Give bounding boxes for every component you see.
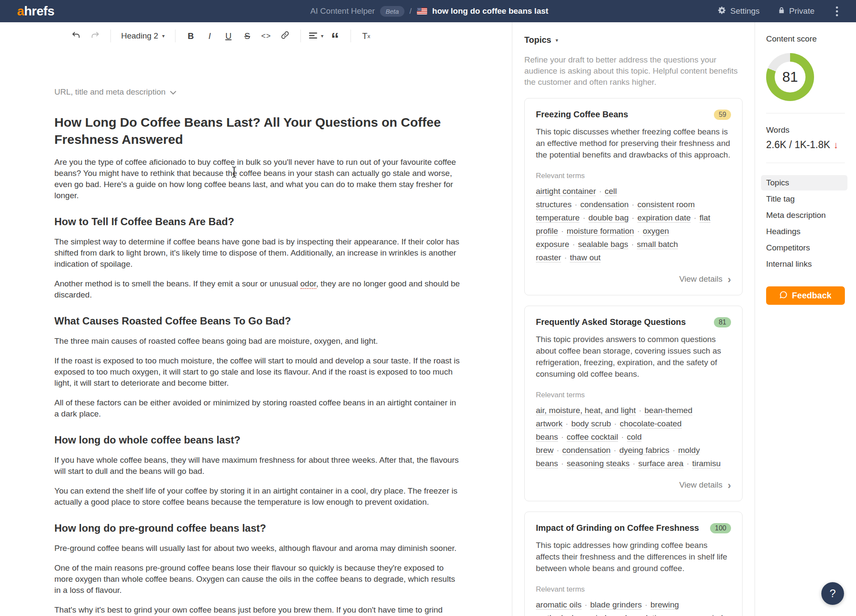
relevant-term[interactable]: coffee cocktail: [567, 432, 618, 442]
topic-card[interactable]: Impact of Grinding on Coffee Freshness10…: [524, 512, 743, 616]
section-heading: How to Tell If Coffee Beans Are Bad?: [54, 216, 461, 228]
relevant-term[interactable]: double bag: [588, 213, 629, 223]
content-score-gauge: 81: [766, 53, 814, 101]
sidebar-nav: TopicsTitle tagMeta descriptionHeadingsC…: [761, 175, 847, 272]
relevant-term[interactable]: tiramisu: [692, 459, 721, 468]
topic-card-description: This topic addresses how grinding coffee…: [536, 539, 731, 574]
term-separator: ·: [614, 446, 616, 455]
italic-button[interactable]: I: [202, 28, 217, 44]
help-button[interactable]: ?: [821, 582, 844, 605]
text-segment: The simplest way to determine if coffee …: [54, 237, 459, 268]
text-segment: If the roast is exposed to too much mois…: [54, 356, 460, 387]
heading-style-select[interactable]: Heading 2 ▾: [119, 31, 167, 41]
relevant-term[interactable]: sealable bags: [578, 240, 628, 249]
sidebar-item-headings[interactable]: Headings: [761, 224, 847, 239]
beta-badge: Beta: [380, 6, 404, 17]
ahrefs-logo[interactable]: ahrefs: [17, 4, 54, 18]
more-menu-button[interactable]: [832, 5, 841, 18]
clear-formatting-button[interactable]: Tx: [359, 28, 374, 44]
sidebar-item-internal-links[interactable]: Internal links: [761, 256, 847, 272]
relevant-term[interactable]: seasoning steaks: [567, 459, 630, 468]
breadcrumb-separator: /: [410, 7, 412, 16]
chevron-down-icon: ▾: [162, 33, 165, 39]
relevant-term[interactable]: dyeing fabrics: [619, 446, 669, 455]
term-separator: ·: [561, 226, 564, 235]
relevant-terms-label: Relevant terms: [536, 172, 731, 180]
sidebar-item-competitors[interactable]: Competitors: [761, 240, 847, 256]
relevant-term[interactable]: thaw out: [570, 253, 600, 262]
topic-card-header: Frequently Asked Storage Questions81: [536, 317, 731, 327]
privacy-button[interactable]: Private: [778, 6, 814, 16]
underline-button[interactable]: U: [221, 28, 236, 44]
term-separator: ·: [631, 240, 634, 249]
strikethrough-button[interactable]: S: [240, 28, 255, 44]
alignment-button[interactable]: ▾: [309, 28, 324, 44]
feedback-label: Feedback: [792, 291, 831, 301]
topic-card[interactable]: Freezing Coffee Beans59This topic discus…: [524, 98, 743, 295]
term-separator: ·: [614, 419, 617, 428]
relevant-term[interactable]: burr grinder: [572, 613, 614, 616]
link-button[interactable]: [277, 28, 293, 44]
main-area: Heading 2 ▾ B I U S <>: [0, 22, 856, 616]
sidebar-item-topics[interactable]: Topics: [761, 175, 847, 190]
article-paragraph: Are you the type of coffee aficionado to…: [54, 157, 461, 201]
redo-button[interactable]: [87, 28, 103, 44]
content-score-value: 81: [782, 69, 798, 85]
speech-bubble-icon: [779, 291, 788, 301]
topics-panel-header[interactable]: Topics ▾: [524, 35, 743, 45]
settings-button[interactable]: Settings: [718, 6, 760, 17]
topics-panel-title: Topics: [524, 35, 551, 45]
relevant-term[interactable]: expiration date: [637, 213, 691, 223]
sidebar-item-meta-description[interactable]: Meta description: [761, 208, 847, 223]
relevant-term[interactable]: blade grinders: [590, 600, 642, 610]
relevant-term[interactable]: aromatic oils: [536, 600, 582, 610]
term-separator: ·: [572, 240, 575, 249]
view-details-link[interactable]: View details›: [536, 480, 731, 490]
topic-score-badge: 59: [714, 110, 731, 120]
term-separator: ·: [564, 253, 567, 262]
blockquote-button[interactable]: “: [327, 28, 343, 44]
chevron-down-icon: ▾: [321, 33, 324, 39]
relevant-term[interactable]: air, moisture, heat, and light: [536, 406, 636, 415]
relevant-term[interactable]: moisture formation: [567, 226, 634, 236]
editor-area[interactable]: URL, title and meta description How Long…: [0, 50, 512, 616]
relevant-term[interactable]: condensation: [562, 446, 611, 455]
app: ahrefs AI Content Helper Beta /: [0, 0, 856, 616]
relevant-term[interactable]: body scrub: [571, 419, 611, 429]
topic-card-header: Impact of Grinding on Coffee Freshness10…: [536, 523, 731, 533]
settings-label: Settings: [730, 6, 760, 16]
topic-card-title: Frequently Asked Storage Questions: [536, 317, 686, 327]
relevant-term[interactable]: surface area: [638, 459, 684, 468]
url-meta-toggle[interactable]: URL, title and meta description: [54, 87, 176, 97]
relevant-term[interactable]: degradation process: [622, 613, 696, 616]
logo-rest: hrefs: [24, 4, 54, 18]
url-meta-label: URL, title and meta description: [54, 87, 166, 97]
term-separator: ·: [637, 226, 639, 235]
relevant-term[interactable]: condensation: [580, 200, 629, 209]
breadcrumb: AI Content Helper Beta / how long do cof: [310, 6, 548, 17]
term-separator: ·: [687, 459, 689, 468]
lock-icon: [778, 6, 785, 16]
view-details-link[interactable]: View details›: [536, 274, 731, 284]
words-count: 2.6K / 1K-1.8K ↓: [766, 139, 845, 151]
toolbar-divider: [300, 30, 301, 42]
sidebar-item-title-tag[interactable]: Title tag: [761, 191, 847, 207]
down-arrow-icon: ↓: [834, 140, 838, 151]
relevant-term[interactable]: airtight container: [536, 187, 596, 196]
topic-card-header: Freezing Coffee Beans59: [536, 110, 731, 120]
relevant-terms-label: Relevant terms: [536, 585, 731, 594]
document-title: how long do coffee beans last: [432, 6, 548, 16]
feedback-button[interactable]: Feedback: [766, 286, 845, 305]
editor-column: Heading 2 ▾ B I U S <>: [0, 22, 512, 616]
bold-button[interactable]: B: [183, 28, 199, 44]
topic-card-title: Freezing Coffee Beans: [536, 110, 628, 119]
topic-card[interactable]: Frequently Asked Storage Questions81This…: [524, 306, 743, 501]
code-button[interactable]: <>: [259, 28, 274, 44]
undo-button[interactable]: [68, 28, 84, 44]
toolbar-divider: [110, 30, 111, 42]
text-segment: Pre-ground coffee beans will usually las…: [54, 544, 457, 553]
logo-letter-a: a: [17, 4, 24, 18]
chevron-down-icon: [170, 87, 176, 97]
sidebar-divider: [766, 113, 845, 113]
topic-cards: Freezing Coffee Beans59This topic discus…: [524, 98, 743, 616]
